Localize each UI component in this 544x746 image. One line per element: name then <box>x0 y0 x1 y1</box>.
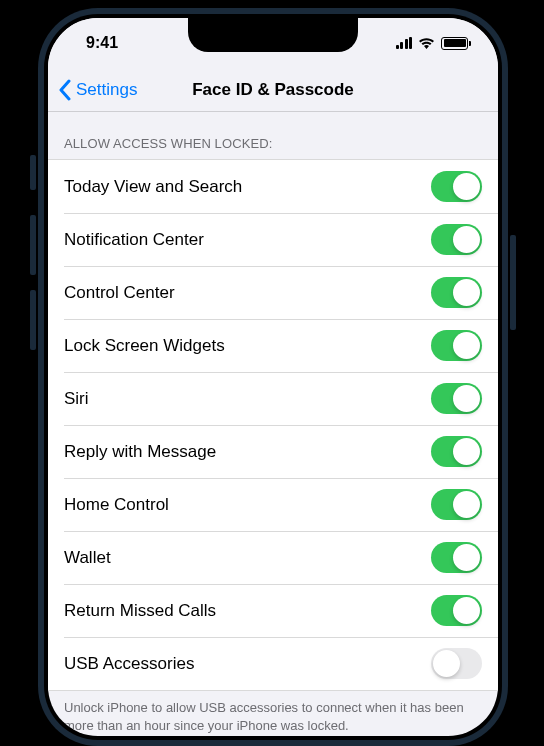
row-label: Return Missed Calls <box>64 601 216 621</box>
settings-row-reply-with-message: Reply with Message <box>48 425 498 478</box>
row-label: Home Control <box>64 495 169 515</box>
settings-row-return-missed-calls: Return Missed Calls <box>48 584 498 637</box>
section-header: ALLOW ACCESS WHEN LOCKED: <box>48 112 498 159</box>
toggle-today-view-and-search[interactable] <box>431 171 482 202</box>
settings-row-wallet: Wallet <box>48 531 498 584</box>
row-label: USB Accessories <box>64 654 194 674</box>
toggle-reply-with-message[interactable] <box>431 436 482 467</box>
row-label: Notification Center <box>64 230 204 250</box>
page-title: Face ID & Passcode <box>192 80 354 100</box>
row-label: Wallet <box>64 548 111 568</box>
settings-row-lock-screen-widgets: Lock Screen Widgets <box>48 319 498 372</box>
toggle-notification-center[interactable] <box>431 224 482 255</box>
settings-row-usb-accessories: USB Accessories <box>48 637 498 690</box>
row-label: Control Center <box>64 283 175 303</box>
row-label: Today View and Search <box>64 177 242 197</box>
volume-up-button[interactable] <box>30 215 36 275</box>
battery-icon <box>441 37 468 50</box>
screen: 9:41 Set <box>48 18 498 736</box>
settings-list: Today View and SearchNotification Center… <box>48 159 498 691</box>
chevron-left-icon <box>58 79 72 101</box>
power-button[interactable] <box>510 235 516 330</box>
navigation-bar: Settings Face ID & Passcode <box>48 68 498 112</box>
settings-row-today-view-and-search: Today View and Search <box>48 160 498 213</box>
volume-down-button[interactable] <box>30 290 36 350</box>
toggle-home-control[interactable] <box>431 489 482 520</box>
toggle-wallet[interactable] <box>431 542 482 573</box>
toggle-control-center[interactable] <box>431 277 482 308</box>
wifi-icon <box>418 37 435 49</box>
silent-switch[interactable] <box>30 155 36 190</box>
settings-row-siri: Siri <box>48 372 498 425</box>
toggle-usb-accessories[interactable] <box>431 648 482 679</box>
toggle-return-missed-calls[interactable] <box>431 595 482 626</box>
toggle-lock-screen-widgets[interactable] <box>431 330 482 361</box>
settings-row-control-center: Control Center <box>48 266 498 319</box>
back-label: Settings <box>76 80 137 100</box>
toggle-siri[interactable] <box>431 383 482 414</box>
phone-frame: 9:41 Set <box>38 8 508 746</box>
settings-row-home-control: Home Control <box>48 478 498 531</box>
row-label: Reply with Message <box>64 442 216 462</box>
section-footer: Unlock iPhone to allow USB accessories t… <box>48 691 498 736</box>
settings-row-notification-center: Notification Center <box>48 213 498 266</box>
row-label: Siri <box>64 389 89 409</box>
status-time: 9:41 <box>86 34 118 52</box>
status-indicators <box>396 37 469 50</box>
cellular-signal-icon <box>396 37 413 49</box>
content-scroll[interactable]: ALLOW ACCESS WHEN LOCKED: Today View and… <box>48 112 498 736</box>
back-button[interactable]: Settings <box>48 79 137 101</box>
notch <box>188 18 358 52</box>
row-label: Lock Screen Widgets <box>64 336 225 356</box>
